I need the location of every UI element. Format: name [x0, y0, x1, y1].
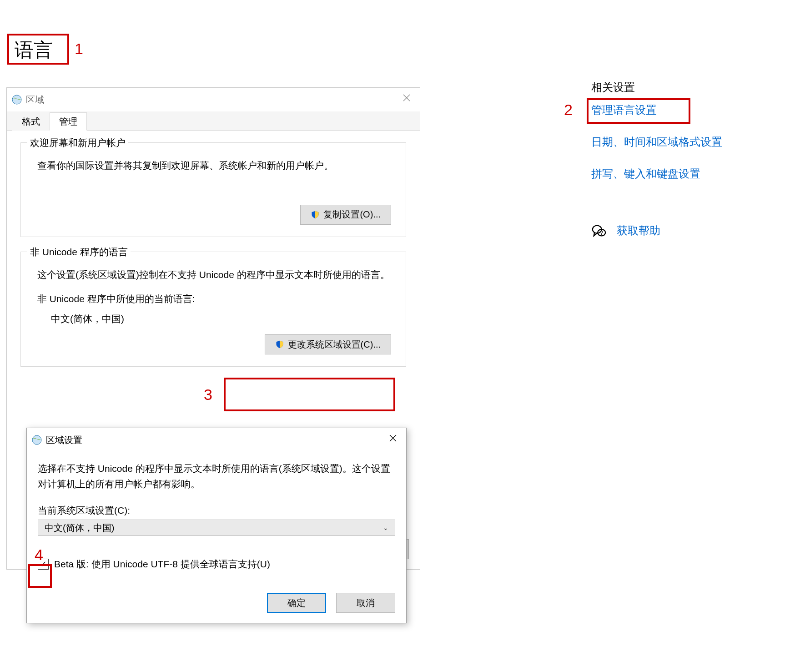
- close-icon: [389, 434, 397, 442]
- beta-utf8-label: Beta 版: 使用 Unicode UTF-8 提供全球语言支持(U): [54, 558, 270, 571]
- change-system-locale-button[interactable]: 更改系统区域设置(C)...: [265, 334, 391, 354]
- region-tabs: 格式 管理: [7, 111, 420, 131]
- region-settings-cancel-button[interactable]: 取消: [336, 593, 395, 613]
- help-icon: ?: [591, 223, 607, 238]
- non-unicode-current-value: 中文(简体，中国): [51, 313, 396, 325]
- globe-icon: [11, 94, 22, 105]
- related-settings-heading: 相关设置: [591, 80, 764, 95]
- shield-icon: [311, 210, 320, 219]
- date-time-region-settings-link[interactable]: 日期、时间和区域格式设置: [591, 135, 764, 149]
- non-unicode-text: 这个设置(系统区域设置)控制在不支持 Unicode 的程序中显示文本时所使用的…: [37, 267, 396, 283]
- copy-settings-label: 复制设置(O)...: [323, 208, 381, 221]
- non-unicode-legend: 非 Unicode 程序的语言: [27, 246, 131, 258]
- region-dialog-titlebar: 区域: [7, 88, 420, 111]
- tab-format[interactable]: 格式: [12, 112, 50, 131]
- globe-icon: [31, 435, 42, 445]
- tab-admin[interactable]: 管理: [50, 112, 87, 131]
- region-dialog-close-button[interactable]: [393, 88, 420, 108]
- get-help-link[interactable]: 获取帮助: [617, 223, 660, 238]
- welcome-screen-text: 查看你的国际设置并将其复制到欢迎屏幕、系统帐户和新的用户帐户。: [37, 157, 396, 174]
- annotation-box-2: [587, 98, 690, 124]
- chevron-down-icon: ⌄: [383, 524, 388, 531]
- annotation-box-1: [7, 34, 69, 65]
- annotation-number-2: 2: [564, 101, 573, 119]
- region-dialog-title: 区域: [26, 94, 44, 106]
- current-locale-select[interactable]: 中文(简体，中国) ⌄: [38, 520, 395, 536]
- region-settings-title: 区域设置: [46, 434, 82, 446]
- non-unicode-group: 非 Unicode 程序的语言 这个设置(系统区域设置)控制在不支持 Unico…: [20, 252, 406, 367]
- region-settings-dialog: 区域设置 选择在不支持 Unicode 的程序中显示文本时所使用的语言(系统区域…: [26, 428, 407, 623]
- non-unicode-current-label: 非 Unicode 程序中所使用的当前语言:: [37, 293, 396, 305]
- annotation-number-3: 3: [204, 386, 212, 404]
- region-settings-buttons: 确定 取消: [267, 593, 395, 613]
- annotation-box-3: [224, 378, 395, 411]
- get-help-row[interactable]: ? 获取帮助: [591, 223, 764, 238]
- svg-point-3: [12, 95, 21, 104]
- region-settings-text: 选择在不支持 Unicode 的程序中显示文本时所使用的语言(系统区域设置)。这…: [38, 461, 395, 491]
- shield-icon: [275, 340, 284, 349]
- typing-keyboard-settings-link[interactable]: 拼写、键入和键盘设置: [591, 167, 764, 181]
- region-admin-tab-body: 欢迎屏幕和新用户帐户 查看你的国际设置并将其复制到欢迎屏幕、系统帐户和新的用户帐…: [7, 131, 420, 393]
- svg-text:?: ?: [600, 229, 603, 236]
- welcome-screen-legend: 欢迎屏幕和新用户帐户: [27, 136, 128, 149]
- copy-settings-button[interactable]: 复制设置(O)...: [300, 205, 391, 225]
- annotation-number-4: 4: [35, 546, 43, 564]
- welcome-screen-group: 欢迎屏幕和新用户帐户 查看你的国际设置并将其复制到欢迎屏幕、系统帐户和新的用户帐…: [20, 142, 406, 237]
- beta-utf8-row[interactable]: ✓ Beta 版: 使用 Unicode UTF-8 提供全球语言支持(U): [38, 558, 395, 571]
- region-settings-titlebar: 区域设置: [27, 428, 406, 452]
- change-system-locale-label: 更改系统区域设置(C)...: [288, 339, 381, 351]
- annotation-number-1: 1: [75, 40, 83, 58]
- current-locale-label: 当前系统区域设置(C):: [38, 504, 395, 517]
- close-icon: [403, 94, 411, 102]
- annotation-box-4: [28, 564, 52, 588]
- current-locale-value: 中文(简体，中国): [45, 522, 114, 534]
- region-settings-close-button[interactable]: [380, 428, 406, 448]
- svg-point-4: [32, 435, 41, 445]
- region-settings-ok-button[interactable]: 确定: [267, 593, 326, 613]
